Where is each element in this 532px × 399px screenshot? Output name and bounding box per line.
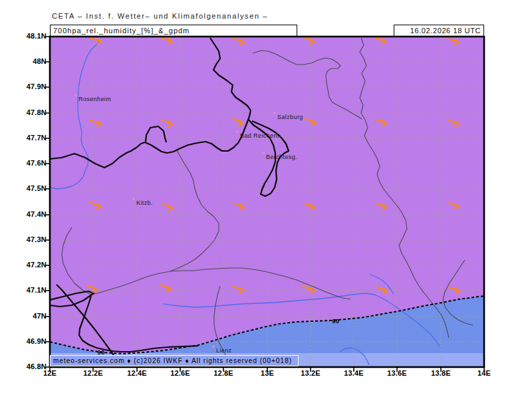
lat-label: 46.9N [11, 337, 47, 345]
lon-label: 13.4E [334, 369, 374, 377]
lon-label: 12.8E [203, 369, 243, 377]
lon-label: 12.4E [117, 369, 157, 377]
lat-label: 47N [11, 312, 47, 320]
lon-label: 13.8E [421, 369, 461, 377]
lat-label: 47.1N [11, 286, 47, 294]
lat-label: 47.7N [11, 134, 47, 142]
weather-map-page: CETA – Inst. f. Wetter– und Klimafolgena… [0, 0, 532, 399]
lon-label: 14E [464, 369, 504, 377]
lat-label: 47.5N [11, 184, 47, 192]
map-canvas [0, 0, 532, 399]
lat-label: 47.4N [11, 210, 47, 218]
credit-bar: meteo-services.com ♦ (c)2026 IWKF ♦ All … [50, 355, 299, 366]
lon-label: 12E [30, 369, 70, 377]
lon-label: 13.2E [291, 369, 331, 377]
lon-label: 12.2E [73, 369, 113, 377]
lat-label: 47.3N [11, 235, 47, 243]
lat-label: 47.8N [11, 108, 47, 116]
lat-label: 47.2N [11, 261, 47, 269]
lat-label: 47.9N [11, 82, 47, 90]
lon-label: 13E [247, 369, 287, 377]
lat-label: 47.6N [11, 159, 47, 167]
contour-value-label: 90 [332, 318, 339, 325]
lon-label: 12.6E [160, 369, 200, 377]
lat-label: 48.1N [11, 32, 47, 40]
lon-label: 13.6E [377, 369, 417, 377]
lat-label: 48N [11, 57, 47, 65]
contour-value-label: 90 [97, 349, 104, 356]
